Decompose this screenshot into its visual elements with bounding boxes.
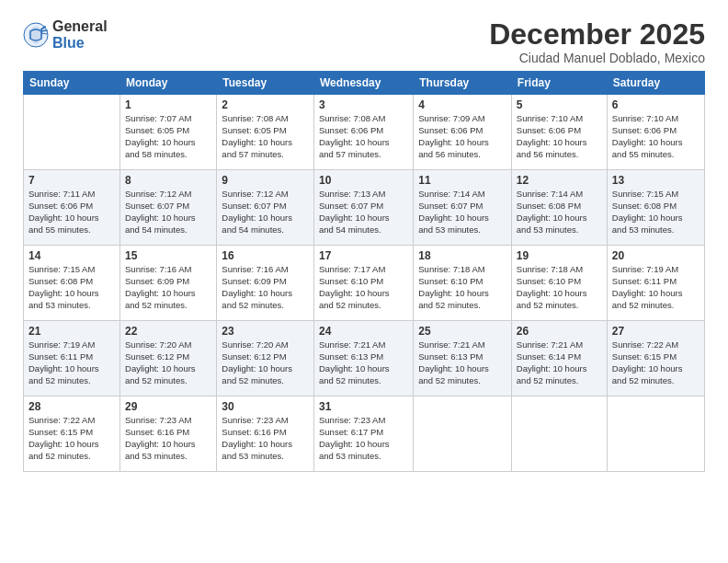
day-info: Sunrise: 7:09 AMSunset: 6:06 PMDaylight:…	[418, 113, 506, 160]
day-info: Sunrise: 7:23 AMSunset: 6:17 PMDaylight:…	[319, 415, 408, 462]
day-info: Sunrise: 7:13 AMSunset: 6:07 PMDaylight:…	[319, 189, 408, 236]
calendar-cell: 18Sunrise: 7:18 AMSunset: 6:10 PMDayligh…	[414, 246, 512, 321]
day-info: Sunrise: 7:20 AMSunset: 6:12 PMDaylight:…	[222, 339, 309, 386]
calendar-cell: 4Sunrise: 7:09 AMSunset: 6:06 PMDaylight…	[414, 95, 512, 170]
day-number: 24	[319, 325, 408, 338]
day-number: 9	[222, 174, 309, 187]
day-info: Sunrise: 7:18 AMSunset: 6:10 PMDaylight:…	[418, 264, 506, 311]
calendar-cell: 30Sunrise: 7:23 AMSunset: 6:16 PMDayligh…	[217, 396, 314, 472]
calendar-cell: 22Sunrise: 7:20 AMSunset: 6:12 PMDayligh…	[120, 321, 217, 396]
calendar-cell: 19Sunrise: 7:18 AMSunset: 6:10 PMDayligh…	[511, 246, 607, 321]
col-sunday: Sunday	[24, 72, 120, 95]
calendar-cell: 17Sunrise: 7:17 AMSunset: 6:10 PMDayligh…	[314, 246, 414, 321]
calendar-cell: 24Sunrise: 7:21 AMSunset: 6:13 PMDayligh…	[314, 321, 414, 396]
day-info: Sunrise: 7:15 AMSunset: 6:08 PMDaylight:…	[612, 189, 700, 236]
calendar-cell: 28Sunrise: 7:22 AMSunset: 6:15 PMDayligh…	[24, 396, 120, 472]
calendar-cell: 29Sunrise: 7:23 AMSunset: 6:16 PMDayligh…	[120, 396, 217, 472]
calendar-table: Sunday Monday Tuesday Wednesday Thursday…	[23, 71, 705, 472]
calendar-week-5: 28Sunrise: 7:22 AMSunset: 6:15 PMDayligh…	[24, 396, 705, 472]
calendar-cell: 13Sunrise: 7:15 AMSunset: 6:08 PMDayligh…	[607, 170, 704, 246]
day-number: 19	[517, 249, 602, 262]
day-info: Sunrise: 7:20 AMSunset: 6:12 PMDaylight:…	[125, 339, 211, 386]
col-wednesday: Wednesday	[314, 72, 414, 95]
calendar-cell	[414, 396, 512, 472]
calendar-cell: 7Sunrise: 7:11 AMSunset: 6:06 PMDaylight…	[24, 170, 120, 246]
day-number: 29	[125, 400, 211, 413]
day-info: Sunrise: 7:08 AMSunset: 6:05 PMDaylight:…	[222, 113, 309, 160]
calendar-cell: 1Sunrise: 7:07 AMSunset: 6:05 PMDaylight…	[120, 95, 217, 170]
calendar-cell: 11Sunrise: 7:14 AMSunset: 6:07 PMDayligh…	[414, 170, 512, 246]
day-number: 10	[319, 174, 408, 187]
calendar-week-1: 1Sunrise: 7:07 AMSunset: 6:05 PMDaylight…	[24, 95, 705, 170]
calendar-cell	[511, 396, 607, 472]
calendar-cell: 23Sunrise: 7:20 AMSunset: 6:12 PMDayligh…	[217, 321, 314, 396]
title-block: December 2025 Ciudad Manuel Doblado, Mex…	[489, 18, 705, 65]
calendar-cell: 2Sunrise: 7:08 AMSunset: 6:05 PMDaylight…	[217, 95, 314, 170]
col-thursday: Thursday	[414, 72, 512, 95]
calendar-cell: 31Sunrise: 7:23 AMSunset: 6:17 PMDayligh…	[314, 396, 414, 472]
calendar-cell: 27Sunrise: 7:22 AMSunset: 6:15 PMDayligh…	[607, 321, 704, 396]
calendar-cell: 12Sunrise: 7:14 AMSunset: 6:08 PMDayligh…	[511, 170, 607, 246]
day-info: Sunrise: 7:21 AMSunset: 6:13 PMDaylight:…	[418, 339, 506, 386]
header-row: Sunday Monday Tuesday Wednesday Thursday…	[24, 72, 705, 95]
day-info: Sunrise: 7:10 AMSunset: 6:06 PMDaylight:…	[517, 113, 602, 160]
calendar-week-3: 14Sunrise: 7:15 AMSunset: 6:08 PMDayligh…	[24, 246, 705, 321]
day-info: Sunrise: 7:19 AMSunset: 6:11 PMDaylight:…	[612, 264, 700, 311]
calendar-cell: 8Sunrise: 7:12 AMSunset: 6:07 PMDaylight…	[120, 170, 217, 246]
day-number: 28	[28, 400, 115, 413]
col-friday: Friday	[511, 72, 607, 95]
day-info: Sunrise: 7:08 AMSunset: 6:06 PMDaylight:…	[319, 113, 408, 160]
calendar-cell: 5Sunrise: 7:10 AMSunset: 6:06 PMDaylight…	[511, 95, 607, 170]
month-title: December 2025	[489, 18, 705, 51]
day-number: 13	[612, 174, 700, 187]
day-number: 21	[28, 325, 115, 338]
day-number: 12	[517, 174, 602, 187]
calendar-cell: 3Sunrise: 7:08 AMSunset: 6:06 PMDaylight…	[314, 95, 414, 170]
header: General Blue December 2025 Ciudad Manuel…	[23, 18, 705, 65]
day-number: 4	[418, 98, 506, 111]
day-number: 26	[517, 325, 602, 338]
calendar-cell: 16Sunrise: 7:16 AMSunset: 6:09 PMDayligh…	[217, 246, 314, 321]
day-info: Sunrise: 7:12 AMSunset: 6:07 PMDaylight:…	[222, 189, 309, 236]
day-number: 7	[28, 174, 115, 187]
day-number: 17	[319, 249, 408, 262]
calendar-cell: 21Sunrise: 7:19 AMSunset: 6:11 PMDayligh…	[24, 321, 120, 396]
day-number: 8	[125, 174, 211, 187]
day-number: 25	[418, 325, 506, 338]
logo-general-label: General	[52, 18, 108, 35]
day-info: Sunrise: 7:23 AMSunset: 6:16 PMDaylight:…	[125, 415, 211, 462]
day-number: 23	[222, 325, 309, 338]
calendar-cell: 14Sunrise: 7:15 AMSunset: 6:08 PMDayligh…	[24, 246, 120, 321]
calendar-cell: 25Sunrise: 7:21 AMSunset: 6:13 PMDayligh…	[414, 321, 512, 396]
day-info: Sunrise: 7:22 AMSunset: 6:15 PMDaylight:…	[28, 415, 115, 462]
day-number: 2	[222, 98, 309, 111]
day-info: Sunrise: 7:16 AMSunset: 6:09 PMDaylight:…	[125, 264, 211, 311]
day-number: 5	[517, 98, 602, 111]
col-saturday: Saturday	[607, 72, 704, 95]
day-info: Sunrise: 7:17 AMSunset: 6:10 PMDaylight:…	[319, 264, 408, 311]
day-number: 18	[418, 249, 506, 262]
day-number: 11	[418, 174, 506, 187]
logo: General Blue	[23, 18, 108, 51]
day-info: Sunrise: 7:11 AMSunset: 6:06 PMDaylight:…	[28, 189, 115, 236]
calendar-page: General Blue December 2025 Ciudad Manuel…	[0, 0, 728, 563]
day-number: 15	[125, 249, 211, 262]
day-info: Sunrise: 7:16 AMSunset: 6:09 PMDaylight:…	[222, 264, 309, 311]
col-monday: Monday	[120, 72, 217, 95]
day-number: 3	[319, 98, 408, 111]
day-info: Sunrise: 7:07 AMSunset: 6:05 PMDaylight:…	[125, 113, 211, 160]
day-number: 1	[125, 98, 211, 111]
day-info: Sunrise: 7:12 AMSunset: 6:07 PMDaylight:…	[125, 189, 211, 236]
calendar-cell	[607, 396, 704, 472]
calendar-week-4: 21Sunrise: 7:19 AMSunset: 6:11 PMDayligh…	[24, 321, 705, 396]
day-info: Sunrise: 7:15 AMSunset: 6:08 PMDaylight:…	[28, 264, 115, 311]
calendar-cell	[24, 95, 120, 170]
logo-blue-label: Blue	[52, 35, 108, 52]
day-info: Sunrise: 7:18 AMSunset: 6:10 PMDaylight:…	[517, 264, 602, 311]
day-number: 22	[125, 325, 211, 338]
col-tuesday: Tuesday	[217, 72, 314, 95]
day-info: Sunrise: 7:22 AMSunset: 6:15 PMDaylight:…	[612, 339, 700, 386]
calendar-cell: 15Sunrise: 7:16 AMSunset: 6:09 PMDayligh…	[120, 246, 217, 321]
logo-text: General Blue	[52, 18, 108, 51]
day-info: Sunrise: 7:14 AMSunset: 6:07 PMDaylight:…	[418, 189, 506, 236]
